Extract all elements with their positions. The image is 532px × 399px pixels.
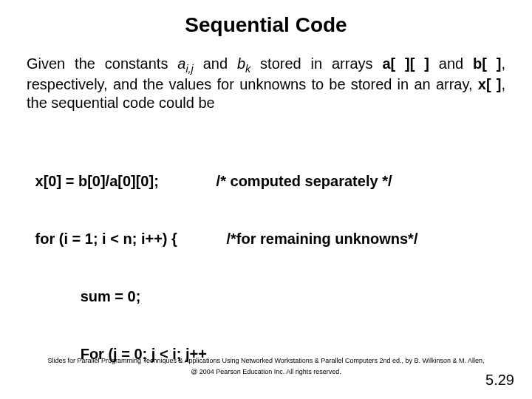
text: Given the constants <box>27 55 177 72</box>
page-number: 5.29 <box>485 372 514 389</box>
code-line: x[0] = b[0]/a[0][0]; /* computed separat… <box>31 171 505 191</box>
var-b: b <box>237 55 245 72</box>
var-a: a <box>177 55 185 72</box>
code-text: for (i = 1; i < n; i++) { <box>31 229 227 248</box>
sub-ij: i,j <box>185 63 193 75</box>
array-b: b[ ] <box>473 55 501 72</box>
code-comment: /* computed separately */ <box>216 171 392 191</box>
array-x: x[ ] <box>478 76 502 92</box>
slide: Sequential Code Given the constants ai,j… <box>0 0 532 399</box>
footer-line2: @ 2004 Pearson Education Inc. All rights… <box>0 366 532 377</box>
footer-line1: Slides for Parallel Programming Techniqu… <box>0 355 532 366</box>
footer: Slides for Parallel Programming Techniqu… <box>0 355 532 377</box>
text: and <box>194 55 237 72</box>
array-a: a[ ][ ] <box>382 55 429 72</box>
code-line: sum = 0; <box>31 287 505 306</box>
text: stored in arrays <box>250 55 382 72</box>
slide-title: Sequential Code <box>27 13 505 37</box>
intro-paragraph: Given the constants ai,j and bk stored i… <box>27 55 505 112</box>
text: and <box>429 55 473 72</box>
code-comment: /*for remaining unknowns*/ <box>227 229 418 248</box>
code-text: x[0] = b[0]/a[0][0]; <box>31 171 216 191</box>
code-line: for (i = 1; i < n; i++) { /*for remainin… <box>31 229 505 248</box>
